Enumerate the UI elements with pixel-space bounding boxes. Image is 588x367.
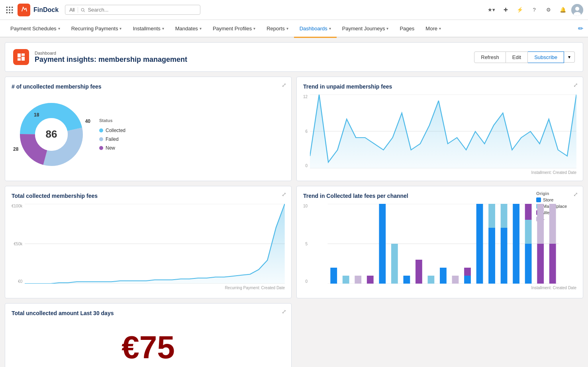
add-icon[interactable]: ✚ <box>500 4 512 16</box>
topbar: FinDock All ★▾ ✚ ⚡ ? ⚙ 🔔 <box>0 0 588 20</box>
bar-chart-area: Installment: Created Date <box>310 204 576 292</box>
app-name: FinDock <box>33 6 59 14</box>
svg-rect-35 <box>404 276 410 284</box>
expand-icon[interactable]: ⤢ <box>282 308 286 315</box>
y-label-0: 0 <box>303 164 308 168</box>
app-launcher-icon[interactable] <box>5 5 14 15</box>
widget-title-collected: Total collected membership fees <box>12 193 285 199</box>
svg-point-10 <box>81 8 84 11</box>
expand-icon[interactable]: ⤢ <box>573 191 578 197</box>
y-label-10: 10 <box>303 204 308 208</box>
nav-payment-journeys[interactable]: Payment Journeys ▾ <box>337 20 394 38</box>
uncollected-fees-widget: # of uncollected membership fees ⤢ <box>5 77 292 181</box>
svg-rect-0 <box>6 6 8 8</box>
page-title: Payment insights: membership management <box>35 55 187 64</box>
segment-label-18: 18 <box>34 112 39 118</box>
svg-rect-44 <box>488 204 495 228</box>
chevron-down-icon: ▾ <box>120 26 122 31</box>
search-input[interactable] <box>88 7 196 13</box>
dashboard-icon <box>13 49 29 65</box>
segment-label-28: 28 <box>13 146 18 152</box>
y-axis-bar: 10 5 0 <box>303 204 308 292</box>
svg-rect-41 <box>464 268 471 276</box>
nav-reports[interactable]: Reports ▾ <box>261 20 294 38</box>
svg-point-13 <box>575 7 579 11</box>
widget-title-trend-unpaid: Trend in unpaid membership fees <box>303 83 576 90</box>
nav-edit-icon[interactable]: ✏ <box>578 25 583 32</box>
chevron-down-icon: ▾ <box>200 26 202 31</box>
y-label-12: 12 <box>303 95 308 99</box>
dashboard-grid: # of uncollected membership fees ⤢ <box>5 77 583 367</box>
legend-label-store: Store <box>543 197 553 202</box>
y-axis-collected: €100k €50k €0 <box>12 204 22 292</box>
expand-icon[interactable]: ⤢ <box>282 82 286 88</box>
bar-svg <box>310 204 576 284</box>
svg-rect-4 <box>9 9 10 10</box>
trend-unpaid-chart: 12 6 0 <box>303 95 576 174</box>
nav-mandates[interactable]: Mandates ▾ <box>170 20 207 38</box>
legend-dot-collected <box>99 128 103 132</box>
user-avatar[interactable] <box>571 4 583 16</box>
search-bar[interactable]: All <box>65 5 200 15</box>
chevron-down-icon: ▾ <box>58 26 60 31</box>
legend-title-origin: Origin <box>536 191 567 196</box>
y-label-0: €0 <box>12 279 22 284</box>
nav-dashboards[interactable]: Dashboards ▾ <box>294 20 337 38</box>
donut-chart-container: 86 40 28 18 Status Collected Failed <box>12 95 285 174</box>
refresh-button[interactable]: Refresh <box>474 51 506 63</box>
svg-rect-42 <box>476 204 483 284</box>
svg-rect-49 <box>525 220 532 244</box>
bar-chart-container: 10 5 0 Installment: Created Date <box>303 204 576 292</box>
search-scope[interactable]: All <box>69 7 78 13</box>
legend-label-collected: Collected <box>106 128 125 133</box>
svg-rect-29 <box>330 268 337 284</box>
legend-item-collected: Collected <box>99 128 125 133</box>
legend-item-failed: Failed <box>99 136 125 142</box>
y-label-50k: €50k <box>12 242 22 246</box>
collected-chart: €100k €50k €0 <box>12 204 285 292</box>
x-axis-label-bar: Installment: Created Date <box>310 286 576 290</box>
donut-legend: Status Collected Failed New <box>99 118 125 151</box>
legend-item-new: New <box>99 145 125 151</box>
expand-icon[interactable]: ⤢ <box>573 82 578 88</box>
legend-label-new: New <box>106 145 115 151</box>
svg-rect-33 <box>379 204 386 284</box>
svg-rect-7 <box>9 12 10 13</box>
y-label-6: 6 <box>303 129 308 134</box>
donut-svg: 86 <box>12 95 91 174</box>
notifications-icon[interactable]: 🔔 <box>557 4 569 16</box>
nav-pages[interactable]: Pages <box>394 20 420 38</box>
svg-rect-43 <box>488 228 495 284</box>
legend-color-store <box>536 197 541 202</box>
svg-rect-54 <box>549 204 556 244</box>
x-axis-label-collected: Recurring Payment: Created Date <box>25 286 285 290</box>
subscribe-button[interactable]: Subscribe <box>528 51 564 63</box>
nav-payment-profiles[interactable]: Payment Profiles ▾ <box>207 20 261 38</box>
subscribe-dropdown-button[interactable]: ▾ <box>564 51 575 63</box>
nav-installments[interactable]: Installments ▾ <box>127 20 169 38</box>
donut-center-value: 86 <box>46 128 57 140</box>
lightning-icon[interactable]: ⚡ <box>514 4 526 16</box>
svg-rect-45 <box>501 228 508 284</box>
settings-icon[interactable]: ⚙ <box>543 4 555 16</box>
legend-dot-failed <box>99 137 103 141</box>
trend-unpaid-svg <box>310 95 576 168</box>
edit-button[interactable]: Edit <box>506 51 528 63</box>
nav-recurring-payments[interactable]: Recurring Payments ▾ <box>66 20 127 38</box>
x-axis-label: Installment: Created Date <box>310 170 576 175</box>
svg-point-9 <box>19 5 29 15</box>
help-icon[interactable]: ? <box>528 4 540 16</box>
total-collected-widget: Total collected membership fees ⤢ €100k … <box>5 186 292 298</box>
chevron-down-icon: ▾ <box>253 26 255 31</box>
expand-icon[interactable]: ⤢ <box>282 191 286 197</box>
favorites-icon[interactable]: ★▾ <box>485 4 497 16</box>
dashboard-title-block: Dashboard Payment insights: membership m… <box>13 49 187 65</box>
trend-collected-widget: Trend in Collected late fees per channel… <box>296 186 583 298</box>
nav-more[interactable]: More ▾ <box>420 20 447 38</box>
topbar-actions: ★▾ ✚ ⚡ ? ⚙ 🔔 <box>485 4 583 16</box>
nav-payment-schedules[interactable]: Payment Schedules ▾ <box>5 20 66 38</box>
svg-rect-50 <box>525 204 532 220</box>
chevron-down-icon: ▾ <box>439 26 441 31</box>
chevron-down-icon: ▾ <box>162 26 164 31</box>
legend-item-store: Store <box>536 197 567 202</box>
